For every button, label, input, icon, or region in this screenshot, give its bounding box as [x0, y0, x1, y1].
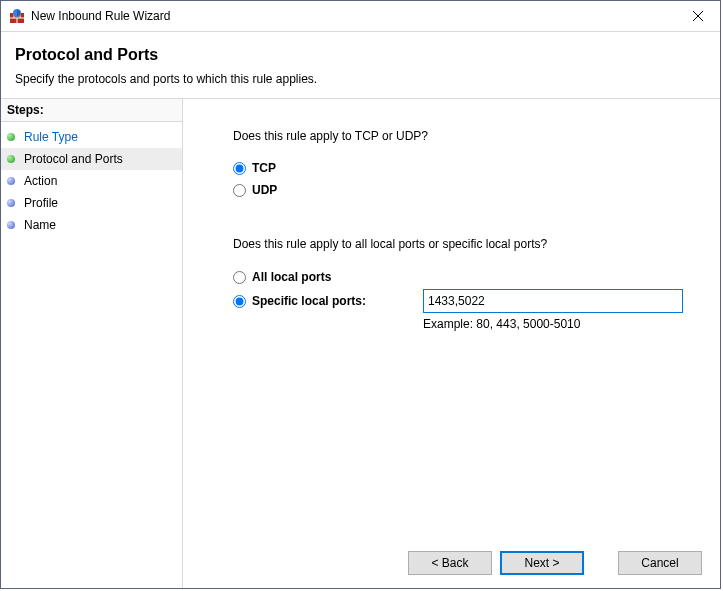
step-bullet-icon: [7, 177, 15, 185]
step-profile[interactable]: Profile: [1, 192, 182, 214]
ports-group: Does this rule apply to all local ports …: [233, 237, 702, 331]
radio-tcp-label[interactable]: TCP: [252, 161, 276, 175]
radio-all-ports-label[interactable]: All local ports: [252, 270, 331, 284]
firewall-icon: [9, 8, 25, 24]
radio-udp[interactable]: [233, 184, 246, 197]
wizard-header: Protocol and Ports Specify the protocols…: [1, 32, 720, 98]
step-bullet-icon: [7, 155, 15, 163]
ports-question: Does this rule apply to all local ports …: [233, 237, 702, 251]
wizard-window: New Inbound Rule Wizard Protocol and Por…: [0, 0, 721, 589]
wizard-body: Steps: Rule Type Protocol and Ports Acti…: [1, 98, 720, 588]
page-subtitle: Specify the protocols and ports to which…: [15, 72, 706, 86]
step-bullet-icon: [7, 199, 15, 207]
step-bullet-icon: [7, 133, 15, 141]
titlebar: New Inbound Rule Wizard: [1, 1, 720, 32]
radio-specific-ports[interactable]: [233, 295, 246, 308]
step-protocol-and-ports[interactable]: Protocol and Ports: [1, 148, 182, 170]
step-name[interactable]: Name: [1, 214, 182, 236]
step-label: Profile: [24, 196, 58, 210]
back-button[interactable]: < Back: [408, 551, 492, 575]
steps-panel: Steps: Rule Type Protocol and Ports Acti…: [1, 99, 183, 588]
step-label: Protocol and Ports: [24, 152, 123, 166]
close-icon: [693, 11, 703, 21]
radio-tcp[interactable]: [233, 162, 246, 175]
all-ports-row: All local ports: [233, 265, 702, 289]
page-title: Protocol and Ports: [15, 46, 706, 64]
radio-specific-ports-label[interactable]: Specific local ports:: [252, 294, 366, 308]
protocol-tcp-row: TCP: [233, 157, 702, 179]
step-label: Rule Type: [24, 130, 78, 144]
close-button[interactable]: [675, 2, 720, 31]
button-bar: < Back Next > Cancel: [183, 538, 720, 588]
content-panel: Does this rule apply to TCP or UDP? TCP …: [183, 99, 720, 588]
protocol-udp-row: UDP: [233, 179, 702, 201]
steps-header: Steps:: [1, 99, 182, 122]
step-label: Name: [24, 218, 56, 232]
cancel-button[interactable]: Cancel: [618, 551, 702, 575]
specific-ports-row: Specific local ports:: [233, 289, 702, 313]
step-action[interactable]: Action: [1, 170, 182, 192]
content-main: Does this rule apply to TCP or UDP? TCP …: [183, 99, 720, 538]
step-label: Action: [24, 174, 57, 188]
step-bullet-icon: [7, 221, 15, 229]
ports-example: Example: 80, 443, 5000-5010: [233, 317, 702, 331]
specific-ports-input[interactable]: [423, 289, 683, 313]
steps-list: Rule Type Protocol and Ports Action Prof…: [1, 122, 182, 240]
step-rule-type[interactable]: Rule Type: [1, 126, 182, 148]
radio-udp-label[interactable]: UDP: [252, 183, 277, 197]
next-button[interactable]: Next >: [500, 551, 584, 575]
protocol-question: Does this rule apply to TCP or UDP?: [233, 129, 702, 143]
window-title: New Inbound Rule Wizard: [31, 9, 675, 23]
radio-all-ports[interactable]: [233, 271, 246, 284]
